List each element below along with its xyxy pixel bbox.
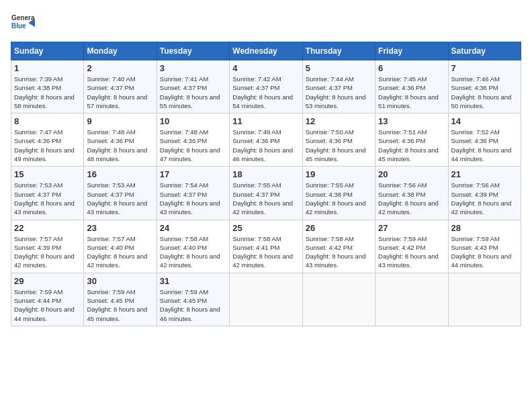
calendar-week-3: 15Sunrise: 7:53 AMSunset: 4:37 PMDayligh… bbox=[11, 167, 521, 220]
day-detail: Sunrise: 7:41 AMSunset: 4:37 PMDaylight:… bbox=[160, 75, 226, 110]
calendar-cell: 14Sunrise: 7:52 AMSunset: 4:36 PMDayligh… bbox=[448, 113, 521, 167]
day-number: 8 bbox=[14, 116, 81, 126]
calendar: SundayMondayTuesdayWednesdayThursdayFrid… bbox=[11, 42, 521, 326]
calendar-cell: 29Sunrise: 7:59 AMSunset: 4:44 PMDayligh… bbox=[11, 273, 84, 326]
day-detail: Sunrise: 7:59 AMSunset: 4:45 PMDaylight:… bbox=[87, 287, 153, 323]
calendar-cell: 17Sunrise: 7:54 AMSunset: 4:37 PMDayligh… bbox=[157, 167, 229, 220]
day-number: 6 bbox=[378, 63, 445, 73]
day-detail: Sunrise: 7:46 AMSunset: 4:36 PMDaylight:… bbox=[451, 75, 518, 110]
day-number: 15 bbox=[14, 169, 81, 179]
calendar-cell: 28Sunrise: 7:59 AMSunset: 4:43 PMDayligh… bbox=[448, 220, 521, 273]
day-detail: Sunrise: 7:55 AMSunset: 4:37 PMDaylight:… bbox=[232, 181, 299, 216]
calendar-cell: 20Sunrise: 7:56 AMSunset: 4:38 PMDayligh… bbox=[375, 167, 448, 220]
calendar-cell: 9Sunrise: 7:48 AMSunset: 4:36 PMDaylight… bbox=[84, 113, 157, 167]
day-number: 1 bbox=[14, 63, 81, 73]
weekday-header-friday: Friday bbox=[375, 42, 448, 60]
day-number: 7 bbox=[451, 63, 518, 73]
calendar-cell bbox=[448, 273, 521, 326]
day-detail: Sunrise: 7:39 AMSunset: 4:38 PMDaylight:… bbox=[14, 75, 81, 110]
day-detail: Sunrise: 7:47 AMSunset: 4:36 PMDaylight:… bbox=[14, 128, 81, 163]
day-detail: Sunrise: 7:48 AMSunset: 4:36 PMDaylight:… bbox=[87, 128, 153, 163]
day-detail: Sunrise: 7:59 AMSunset: 4:45 PMDaylight:… bbox=[160, 287, 226, 323]
day-detail: Sunrise: 7:55 AMSunset: 4:38 PMDaylight:… bbox=[306, 181, 372, 216]
header: GeneralBlue bbox=[11, 11, 521, 35]
day-number: 5 bbox=[306, 63, 372, 73]
day-detail: Sunrise: 7:59 AMSunset: 4:42 PMDaylight:… bbox=[378, 234, 445, 270]
calendar-cell: 27Sunrise: 7:59 AMSunset: 4:42 PMDayligh… bbox=[375, 220, 448, 273]
day-number: 20 bbox=[378, 169, 445, 179]
calendar-cell: 31Sunrise: 7:59 AMSunset: 4:45 PMDayligh… bbox=[157, 273, 229, 326]
day-number: 12 bbox=[306, 116, 372, 126]
calendar-header-row: SundayMondayTuesdayWednesdayThursdayFrid… bbox=[11, 42, 521, 60]
calendar-cell: 4Sunrise: 7:42 AMSunset: 4:37 PMDaylight… bbox=[230, 60, 302, 113]
calendar-cell: 1Sunrise: 7:39 AMSunset: 4:38 PMDaylight… bbox=[11, 60, 84, 113]
calendar-cell: 13Sunrise: 7:51 AMSunset: 4:36 PMDayligh… bbox=[375, 113, 448, 167]
weekday-header-thursday: Thursday bbox=[302, 42, 375, 60]
day-number: 14 bbox=[451, 116, 518, 126]
day-number: 24 bbox=[160, 223, 226, 233]
day-number: 10 bbox=[160, 116, 226, 126]
day-number: 11 bbox=[232, 116, 299, 126]
day-number: 25 bbox=[232, 223, 299, 233]
calendar-cell: 25Sunrise: 7:58 AMSunset: 4:41 PMDayligh… bbox=[230, 220, 302, 273]
calendar-cell: 16Sunrise: 7:53 AMSunset: 4:37 PMDayligh… bbox=[84, 167, 157, 220]
day-number: 13 bbox=[378, 116, 445, 126]
day-number: 29 bbox=[14, 276, 81, 286]
day-number: 21 bbox=[451, 169, 518, 179]
day-number: 23 bbox=[87, 223, 153, 233]
day-number: 30 bbox=[87, 276, 153, 286]
day-number: 17 bbox=[160, 169, 226, 179]
day-detail: Sunrise: 7:57 AMSunset: 4:39 PMDaylight:… bbox=[14, 234, 81, 270]
calendar-cell: 23Sunrise: 7:57 AMSunset: 4:40 PMDayligh… bbox=[84, 220, 157, 273]
day-detail: Sunrise: 7:58 AMSunset: 4:41 PMDaylight:… bbox=[232, 234, 299, 270]
day-number: 31 bbox=[160, 276, 226, 286]
day-detail: Sunrise: 7:57 AMSunset: 4:40 PMDaylight:… bbox=[87, 234, 153, 270]
day-detail: Sunrise: 7:59 AMSunset: 4:43 PMDaylight:… bbox=[451, 234, 518, 270]
calendar-cell bbox=[230, 273, 302, 326]
day-number: 19 bbox=[306, 169, 372, 179]
calendar-body: 1Sunrise: 7:39 AMSunset: 4:38 PMDaylight… bbox=[11, 60, 521, 326]
svg-text:General: General bbox=[11, 14, 35, 21]
calendar-cell: 26Sunrise: 7:58 AMSunset: 4:42 PMDayligh… bbox=[302, 220, 375, 273]
calendar-cell: 6Sunrise: 7:45 AMSunset: 4:36 PMDaylight… bbox=[375, 60, 448, 113]
day-number: 27 bbox=[378, 223, 445, 233]
day-detail: Sunrise: 7:54 AMSunset: 4:37 PMDaylight:… bbox=[160, 181, 226, 216]
logo: GeneralBlue bbox=[11, 11, 35, 35]
calendar-cell: 2Sunrise: 7:40 AMSunset: 4:37 PMDaylight… bbox=[84, 60, 157, 113]
day-number: 9 bbox=[87, 116, 153, 126]
weekday-header-tuesday: Tuesday bbox=[157, 42, 229, 60]
calendar-cell: 8Sunrise: 7:47 AMSunset: 4:36 PMDaylight… bbox=[11, 113, 84, 167]
day-detail: Sunrise: 7:56 AMSunset: 4:38 PMDaylight:… bbox=[378, 181, 445, 216]
calendar-week-4: 22Sunrise: 7:57 AMSunset: 4:39 PMDayligh… bbox=[11, 220, 521, 273]
day-detail: Sunrise: 7:58 AMSunset: 4:42 PMDaylight:… bbox=[306, 234, 372, 270]
calendar-cell bbox=[302, 273, 375, 326]
day-detail: Sunrise: 7:52 AMSunset: 4:36 PMDaylight:… bbox=[451, 128, 518, 163]
day-number: 26 bbox=[306, 223, 372, 233]
weekday-header-saturday: Saturday bbox=[448, 42, 521, 60]
calendar-cell: 7Sunrise: 7:46 AMSunset: 4:36 PMDaylight… bbox=[448, 60, 521, 113]
weekday-header-sunday: Sunday bbox=[11, 42, 84, 60]
day-detail: Sunrise: 7:59 AMSunset: 4:44 PMDaylight:… bbox=[14, 287, 81, 323]
day-detail: Sunrise: 7:53 AMSunset: 4:37 PMDaylight:… bbox=[87, 181, 153, 216]
day-number: 4 bbox=[232, 63, 299, 73]
calendar-cell: 21Sunrise: 7:56 AMSunset: 4:39 PMDayligh… bbox=[448, 167, 521, 220]
calendar-cell: 10Sunrise: 7:48 AMSunset: 4:36 PMDayligh… bbox=[157, 113, 229, 167]
calendar-cell: 3Sunrise: 7:41 AMSunset: 4:37 PMDaylight… bbox=[157, 60, 229, 113]
calendar-cell: 18Sunrise: 7:55 AMSunset: 4:37 PMDayligh… bbox=[230, 167, 302, 220]
day-detail: Sunrise: 7:42 AMSunset: 4:37 PMDaylight:… bbox=[232, 75, 299, 110]
day-detail: Sunrise: 7:58 AMSunset: 4:40 PMDaylight:… bbox=[160, 234, 226, 270]
day-number: 18 bbox=[232, 169, 299, 179]
calendar-cell: 30Sunrise: 7:59 AMSunset: 4:45 PMDayligh… bbox=[84, 273, 157, 326]
weekday-header-wednesday: Wednesday bbox=[230, 42, 302, 60]
calendar-cell: 11Sunrise: 7:49 AMSunset: 4:36 PMDayligh… bbox=[230, 113, 302, 167]
day-detail: Sunrise: 7:48 AMSunset: 4:36 PMDaylight:… bbox=[160, 128, 226, 163]
calendar-cell: 15Sunrise: 7:53 AMSunset: 4:37 PMDayligh… bbox=[11, 167, 84, 220]
calendar-cell: 24Sunrise: 7:58 AMSunset: 4:40 PMDayligh… bbox=[157, 220, 229, 273]
calendar-week-5: 29Sunrise: 7:59 AMSunset: 4:44 PMDayligh… bbox=[11, 273, 521, 326]
day-number: 16 bbox=[87, 169, 153, 179]
day-number: 3 bbox=[160, 63, 226, 73]
calendar-cell bbox=[375, 273, 448, 326]
day-number: 22 bbox=[14, 223, 81, 233]
calendar-week-2: 8Sunrise: 7:47 AMSunset: 4:36 PMDaylight… bbox=[11, 113, 521, 167]
calendar-cell: 19Sunrise: 7:55 AMSunset: 4:38 PMDayligh… bbox=[302, 167, 375, 220]
